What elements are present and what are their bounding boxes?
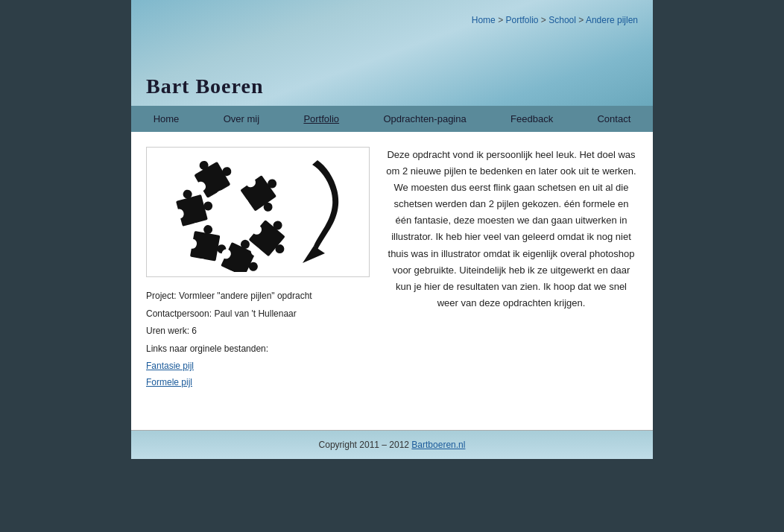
nav-portfolio[interactable]: Portfolio: [292, 106, 350, 132]
nav-feedback[interactable]: Feedback: [499, 106, 564, 132]
breadcrumb: Home > Portfolio > School > Andere pijle…: [472, 15, 638, 25]
breadcrumb-andere-pijlen[interactable]: Andere pijlen: [586, 15, 638, 25]
illustration-svg: [154, 153, 362, 272]
project-details: Project: Vormleer "andere pijlen" opdrac…: [146, 288, 370, 391]
project-contact: Contactpersoon: Paul van 't Hullenaar: [146, 306, 370, 323]
file-link-fantasie[interactable]: Fantasie pijl: [146, 358, 370, 375]
project-image: [146, 147, 370, 277]
breadcrumb-home[interactable]: Home: [472, 15, 496, 25]
header: Home > Portfolio > School > Andere pijle…: [131, 0, 653, 106]
svg-rect-14: [197, 258, 208, 268]
site-title: Bart Boeren: [146, 15, 263, 106]
breadcrumb-sep-2: >: [541, 15, 549, 25]
breadcrumb-sep-1: >: [498, 15, 505, 25]
right-panel: Deze opdracht vond ik persoonlijk heel l…: [385, 147, 638, 391]
nav-contact[interactable]: Contact: [586, 106, 642, 132]
footer-link[interactable]: Bartboeren.nl: [411, 440, 465, 450]
nav-home[interactable]: Home: [142, 106, 191, 132]
breadcrumb-school[interactable]: School: [549, 15, 576, 25]
footer-copyright: Copyright 2011 – 2012: [319, 440, 412, 450]
nav-opdrachten[interactable]: Opdrachten-pagina: [372, 106, 477, 132]
main-nav: Home Over mij Portfolio Opdrachten-pagin…: [131, 106, 653, 132]
left-panel: Project: Vormleer "andere pijlen" opdrac…: [146, 147, 370, 391]
footer: Copyright 2011 – 2012 Bartboeren.nl: [131, 430, 653, 459]
project-title: Project: Vormleer "andere pijlen" opdrac…: [146, 288, 370, 305]
breadcrumb-sep-3: >: [578, 15, 586, 25]
description-text: Deze opdracht vond ik persoonlijk heel l…: [385, 147, 638, 311]
app-wrapper: Home > Portfolio > School > Andere pijle…: [131, 0, 653, 459]
nav-over-mij[interactable]: Over mij: [212, 106, 271, 132]
project-hours: Uren werk: 6: [146, 323, 370, 340]
project-links-label: Links naar orginele bestanden:: [146, 341, 370, 358]
main-content: Project: Vormleer "andere pijlen" opdrac…: [131, 132, 653, 430]
content-inner: Project: Vormleer "andere pijlen" opdrac…: [146, 147, 638, 391]
breadcrumb-portfolio[interactable]: Portfolio: [505, 15, 538, 25]
file-link-formele[interactable]: Formele pijl: [146, 375, 370, 391]
